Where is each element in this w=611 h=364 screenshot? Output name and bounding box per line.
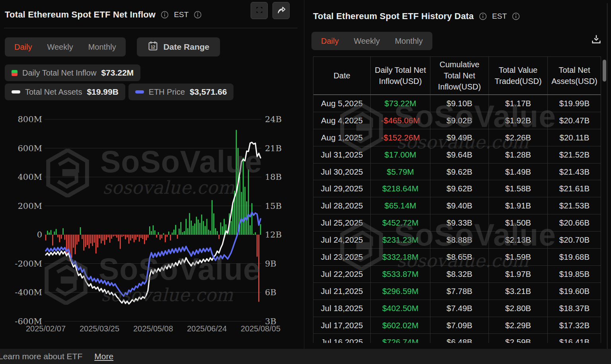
legend-value: $73.22M — [101, 68, 134, 78]
table-cell: $1.17B — [488, 95, 547, 112]
table-cell: $73.22M — [370, 95, 430, 112]
svg-text:2025/05/08: 2025/05/08 — [133, 324, 173, 333]
tab-daily[interactable]: Daily — [14, 43, 32, 52]
history-title: Total Ethereum Spot ETF History Data — [313, 11, 474, 21]
table-cell: $2.29B — [488, 317, 547, 334]
table-row[interactable]: Aug 1,2025-$152.26M$9.49B$2.26B$20.11B — [313, 129, 601, 146]
table-cell: $1.97B — [488, 266, 547, 282]
table-row[interactable]: Jul 31,2025$17.00M$9.64B$1.28B$21.52B — [313, 146, 601, 164]
info-icon[interactable] — [194, 11, 202, 19]
table-cell: Aug 4,2025 — [313, 112, 370, 129]
table-cell: $9.33B — [430, 214, 488, 231]
table-row[interactable]: Jul 21,2025$296.59M$7.78B$3.21B$19.60B — [313, 283, 601, 300]
legend-label: ETH Price — [149, 88, 185, 97]
legend-eth-price[interactable]: ETH Price $3,571.66 — [128, 84, 234, 100]
table-row[interactable]: Jul 23,2025$332.18M$8.65B$1.59B$19.68B — [313, 249, 601, 266]
tab-weekly[interactable]: Weekly — [47, 43, 73, 52]
table-cell: $9.02B — [430, 112, 488, 129]
download-button[interactable] — [590, 33, 602, 47]
legend-label: Total Net Assets — [25, 88, 82, 97]
table-row[interactable]: Jul 17,2025$602.02M$7.09B$2.29B$17.32B — [313, 317, 601, 334]
page-scrollbar-rail[interactable] — [607, 3, 607, 352]
etf-dashboard: Total Ethereum Spot ETF Net Inflow EST — [0, 0, 611, 364]
table-cell: $1.50B — [488, 214, 547, 231]
table-cell: $20.11B — [547, 129, 601, 146]
tab-monthly[interactable]: Monthly — [395, 37, 423, 46]
table-cell: Aug 1,2025 — [313, 129, 370, 146]
info-icon[interactable] — [512, 12, 520, 20]
table-row[interactable]: Jul 24,2025$231.23M$8.88B$2.13B$20.70B — [313, 232, 601, 249]
chart-actions — [251, 2, 290, 19]
share-icon — [276, 5, 286, 16]
table-row[interactable]: Jul 28,2025$65.14M$9.40B$1.91B$21.53B — [313, 197, 601, 214]
table-row[interactable]: Jul 30,2025$5.79M$9.62B$1.49B$21.43B — [313, 164, 601, 181]
table-cell: $3.21B — [488, 283, 547, 300]
table-cell: $17.00M — [370, 146, 430, 163]
share-button[interactable] — [272, 2, 290, 19]
table-cell: Jul 21,2025 — [313, 283, 370, 300]
svg-text:15B: 15B — [265, 201, 282, 211]
tab-daily[interactable]: Daily — [321, 37, 339, 46]
table-row[interactable]: Jul 22,2025$533.87M$8.32B$1.97B$19.85B — [313, 266, 601, 283]
column-header: Date — [313, 57, 370, 94]
date-range-button[interactable]: 12 Date Range — [137, 37, 220, 56]
table-cell: $2.80B — [488, 300, 547, 317]
table-cell: $1.49B — [488, 164, 547, 180]
table-row[interactable]: Jul 16,2025$726.74M$6.48B$2.59B$16.41B — [313, 334, 601, 343]
table-cell: Jul 25,2025 — [313, 214, 370, 231]
table-cell: $20.70B — [547, 232, 601, 248]
fullscreen-icon — [255, 6, 264, 16]
column-header: Total Net Assets(USD) — [547, 57, 601, 94]
table-cell: $1.92B — [488, 112, 547, 129]
table-cell: -$152.26M — [370, 129, 430, 146]
table-cell: $21.43B — [547, 164, 601, 180]
timezone-label: EST — [174, 10, 189, 19]
table-row[interactable]: Jul 18,2025$402.50M$7.49B$2.80B$18.37B — [313, 300, 601, 317]
table-cell: Jul 23,2025 — [313, 249, 370, 265]
svg-text:6B: 6B — [265, 288, 276, 297]
history-header: Total Ethereum Spot ETF History Data EST — [313, 7, 606, 25]
footer-text: Learn more about ETF — [0, 352, 82, 361]
table-row[interactable]: Jul 25,2025$452.72M$9.33B$1.50B$20.66B — [313, 214, 601, 232]
table-scrollbar-thumb[interactable] — [603, 60, 606, 82]
table-cell: $2.13B — [488, 232, 547, 248]
svg-text:24B: 24B — [265, 115, 282, 124]
tab-weekly[interactable]: Weekly — [354, 37, 379, 46]
table-cell: $9.10B — [430, 95, 488, 112]
table-cell: $9.62B — [430, 180, 488, 197]
table-cell: $533.87M — [370, 266, 430, 282]
column-header: Total Value Traded(USD) — [488, 57, 547, 94]
info-icon[interactable] — [479, 12, 487, 20]
table-cell: $231.23M — [370, 232, 430, 248]
net-inflow-chart[interactable]: 800M600M400M200M0-200M-400M-600M24B21B18… — [0, 107, 303, 338]
svg-text:-400M: -400M — [15, 288, 42, 297]
tab-monthly[interactable]: Monthly — [88, 43, 116, 52]
table-cell: $21.52B — [547, 146, 601, 163]
legend-total-net-assets[interactable]: Total Net Assets $19.99B — [5, 84, 125, 100]
table-row[interactable]: Aug 5,2025$73.22M$9.10B$1.17B$19.99B — [313, 95, 601, 112]
table-cell: $65.14M — [370, 197, 430, 214]
table-cell: $7.78B — [430, 283, 488, 300]
footer-more-link[interactable]: More — [94, 352, 113, 361]
table-row[interactable]: Jul 29,2025$218.64M$9.62B$1.58B$21.61B — [313, 180, 601, 197]
info-icon[interactable] — [161, 11, 169, 19]
table-row[interactable]: Aug 4,2025-$465.06M$9.02B$1.92B$20.47B — [313, 112, 601, 129]
table-cell: $18.37B — [547, 300, 601, 317]
legend-daily-net-inflow[interactable]: Daily Total Net Inflow $73.22M — [5, 64, 140, 81]
table-cell: -$465.06M — [370, 112, 430, 129]
legend-value: $19.99B — [87, 87, 118, 97]
table-cell: $726.74M — [370, 334, 430, 343]
table-cell: $19.68B — [547, 249, 601, 265]
table-header-row: DateDaily Total Net Inflow(USD)Cumulativ… — [313, 57, 601, 95]
table-cell: $19.85B — [547, 266, 601, 282]
chart-controls: DailyWeeklyMonthly 12 Date Range — [5, 37, 220, 56]
net-inflow-header: Total Ethereum Spot ETF Net Inflow EST — [5, 6, 298, 24]
eth-price-legend-icon — [135, 90, 144, 93]
fullscreen-button[interactable] — [251, 2, 268, 19]
svg-text:400M: 400M — [18, 172, 42, 182]
legend-row-1: Daily Total Net Inflow $73.22M — [5, 64, 140, 81]
calendar-icon: 12 — [148, 41, 158, 53]
table-cell: $9.64B — [430, 146, 488, 163]
svg-text:800M: 800M — [18, 115, 42, 124]
table-cell: $2.26B — [488, 129, 547, 146]
